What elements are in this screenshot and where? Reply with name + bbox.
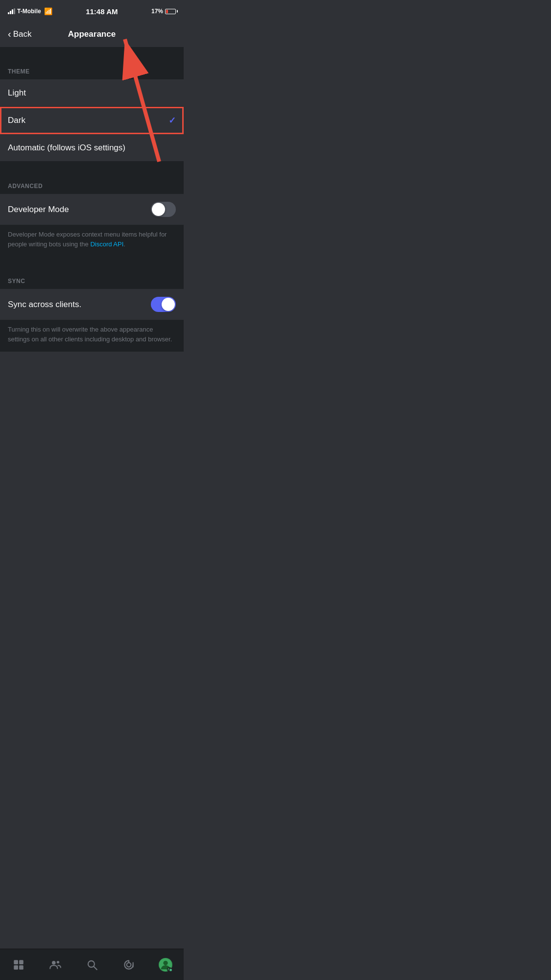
sync-spacer bbox=[0, 257, 184, 272]
sync-description: Turning this on will overwrite the above… bbox=[0, 320, 184, 352]
sync-section-label: SYNC bbox=[8, 278, 25, 285]
status-bar: T-Mobile 📶 11:48 AM 17% bbox=[0, 0, 184, 22]
sync-toggle-knob bbox=[162, 298, 175, 311]
sync-clients-label: Sync across clients. bbox=[8, 300, 81, 310]
back-label: Back bbox=[13, 29, 32, 39]
page-title: Appearance bbox=[68, 29, 116, 39]
developer-mode-description: Developer Mode exposes context menu item… bbox=[0, 225, 184, 257]
back-button[interactable]: ‹ Back bbox=[8, 29, 31, 40]
theme-dark-label: Dark bbox=[8, 116, 25, 125]
sync-clients-item[interactable]: Sync across clients. bbox=[0, 289, 184, 320]
discord-api-link[interactable]: Discord API bbox=[90, 240, 123, 248]
bottom-padding bbox=[0, 352, 184, 391]
sync-clients-toggle[interactable] bbox=[151, 297, 176, 312]
checkmark-icon: ✓ bbox=[168, 115, 176, 126]
sync-section: Sync across clients. bbox=[0, 289, 184, 320]
nav-bar: ‹ Back Appearance bbox=[0, 22, 184, 47]
status-time: 11:48 AM bbox=[86, 7, 118, 16]
sync-section-header: SYNC bbox=[0, 272, 184, 289]
developer-mode-item[interactable]: Developer Mode bbox=[0, 194, 184, 225]
status-left: T-Mobile 📶 bbox=[8, 7, 52, 15]
theme-options: Light Dark ✓ Automatic (follows iOS sett… bbox=[0, 79, 184, 162]
back-chevron-icon: ‹ bbox=[8, 28, 11, 40]
status-right: 17% bbox=[151, 8, 176, 15]
battery-percent: 17% bbox=[151, 8, 163, 15]
carrier-name: T-Mobile bbox=[17, 8, 41, 15]
developer-mode-toggle[interactable] bbox=[151, 202, 176, 217]
advanced-section: Developer Mode bbox=[0, 194, 184, 225]
advanced-section-header: ADVANCED bbox=[0, 177, 184, 194]
wifi-icon: 📶 bbox=[44, 7, 52, 15]
theme-light-label: Light bbox=[8, 88, 26, 98]
top-spacer bbox=[0, 47, 184, 63]
toggle-knob bbox=[152, 203, 165, 216]
battery-icon bbox=[165, 9, 176, 14]
theme-automatic-option[interactable]: Automatic (follows iOS settings) bbox=[0, 134, 184, 162]
advanced-section-label: ADVANCED bbox=[8, 183, 43, 190]
signal-icon bbox=[8, 8, 15, 14]
developer-mode-label: Developer Mode bbox=[8, 205, 69, 215]
theme-dark-option[interactable]: Dark ✓ bbox=[0, 107, 184, 134]
theme-section-label: THEME bbox=[8, 68, 30, 75]
theme-section-header: THEME bbox=[0, 63, 184, 79]
theme-light-option[interactable]: Light bbox=[0, 79, 184, 107]
advanced-spacer bbox=[0, 162, 184, 177]
theme-automatic-label: Automatic (follows iOS settings) bbox=[8, 143, 125, 153]
